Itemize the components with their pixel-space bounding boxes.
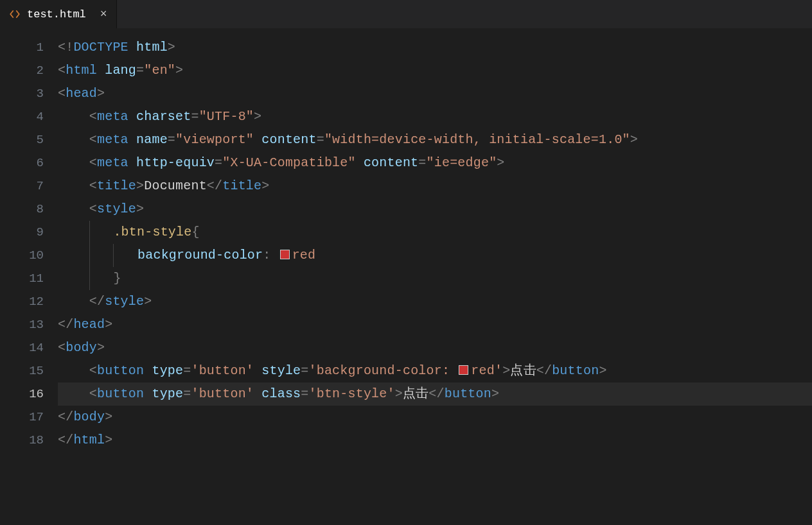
token: <: [89, 132, 97, 147]
token: <: [58, 63, 66, 78]
token: </: [58, 433, 73, 447]
token: </: [58, 317, 73, 332]
token: meta: [97, 155, 128, 170]
token: >: [97, 340, 105, 355]
token: >: [105, 409, 112, 424]
token: type: [152, 386, 183, 401]
code-line[interactable]: <button type='button' style='background-…: [58, 359, 812, 383]
code-line[interactable]: <html lang="en">: [58, 59, 812, 82]
token: title: [97, 178, 136, 193]
color-swatch-icon: [280, 250, 290, 259]
token: <: [58, 340, 66, 355]
line-number: 15: [0, 359, 44, 383]
line-number: 18: [0, 429, 44, 452]
token: body: [73, 409, 105, 424]
token: [254, 363, 261, 378]
code-line[interactable]: <meta charset="UTF-8">: [58, 105, 812, 128]
token: DOCTYPE: [73, 40, 128, 55]
token: [144, 363, 152, 378]
token: 'button': [191, 386, 254, 401]
token: >: [136, 178, 144, 193]
token: }: [113, 271, 121, 286]
token: =: [183, 386, 191, 401]
tab-filename: test.html: [27, 8, 86, 21]
token: button: [552, 363, 599, 378]
code-line[interactable]: <meta name="viewport" content="width=dev…: [58, 128, 812, 151]
token: body: [66, 340, 97, 355]
token: lang: [105, 63, 136, 78]
token: style: [97, 202, 136, 216]
code-line[interactable]: </style>: [58, 290, 812, 313]
token: "X-UA-Compatible": [222, 155, 355, 170]
token: <: [89, 386, 97, 401]
token: Document: [144, 178, 207, 193]
code-line[interactable]: </body>: [58, 406, 812, 429]
token: <: [58, 86, 66, 101]
token: [97, 63, 105, 78]
line-number: 4: [0, 105, 44, 128]
indent-guide: [89, 267, 90, 290]
code-area[interactable]: <!DOCTYPE html><html lang="en"><head> <m…: [58, 28, 812, 525]
token: content: [364, 155, 418, 170]
token: >: [105, 317, 112, 332]
line-number: 6: [0, 151, 44, 175]
line-number: 17: [0, 406, 44, 429]
line-number: 8: [0, 198, 44, 221]
indent-guide: [113, 244, 114, 267]
token: "UTF-8": [199, 109, 254, 124]
token: </: [58, 409, 73, 424]
line-number: 2: [0, 59, 44, 82]
line-number: 1: [0, 36, 44, 59]
token: [356, 155, 364, 170]
token: =: [136, 63, 144, 78]
token: <: [89, 363, 97, 378]
line-number: 3: [0, 82, 44, 105]
token: [128, 40, 136, 55]
token: >: [136, 202, 144, 216]
token: >: [175, 63, 183, 78]
code-line[interactable]: <meta http-equiv="X-UA-Compatible" conte…: [58, 151, 812, 175]
line-number: 10: [0, 244, 44, 267]
code-line[interactable]: </head>: [58, 313, 812, 336]
token: type: [152, 363, 183, 378]
token: meta: [97, 132, 128, 147]
line-number-gutter: 123456789101112131415161718: [0, 28, 58, 525]
code-line[interactable]: <body>: [58, 336, 812, 359]
token: :: [263, 248, 270, 262]
token: [128, 155, 136, 170]
line-number: 13: [0, 313, 44, 336]
code-line[interactable]: background-color: red: [58, 244, 812, 267]
token: [254, 386, 261, 401]
code-line[interactable]: }: [58, 267, 812, 290]
token: </: [428, 386, 444, 401]
code-line[interactable]: .btn-style{: [58, 221, 812, 244]
code-line[interactable]: <button type='button' class='btn-style'>…: [58, 383, 812, 406]
code-line[interactable]: </html>: [58, 429, 812, 452]
token: .btn-style: [113, 225, 191, 239]
token: 'button': [191, 363, 254, 378]
token: meta: [97, 109, 128, 124]
tab-bar: test.html ×: [0, 0, 812, 28]
token: =: [317, 132, 324, 147]
token: [128, 132, 136, 147]
token: >: [395, 386, 403, 401]
code-line[interactable]: <style>: [58, 198, 812, 221]
tab-test-html[interactable]: test.html ×: [0, 0, 117, 28]
token: charset: [136, 109, 191, 124]
token: {: [191, 225, 199, 239]
token: >: [168, 40, 175, 55]
token: <!: [58, 40, 73, 55]
token: </: [89, 294, 105, 309]
line-number: 7: [0, 175, 44, 198]
token: button: [445, 386, 491, 401]
token: <: [89, 155, 97, 170]
color-swatch-icon: [459, 365, 468, 375]
code-line[interactable]: <head>: [58, 82, 812, 105]
editor: 123456789101112131415161718 <!DOCTYPE ht…: [0, 28, 812, 525]
code-line[interactable]: <!DOCTYPE html>: [58, 36, 812, 59]
close-icon[interactable]: ×: [100, 8, 107, 21]
token: >: [491, 386, 499, 401]
code-line[interactable]: <title>Document</title>: [58, 175, 812, 198]
token: [144, 386, 152, 401]
indent-guide: [89, 244, 90, 267]
